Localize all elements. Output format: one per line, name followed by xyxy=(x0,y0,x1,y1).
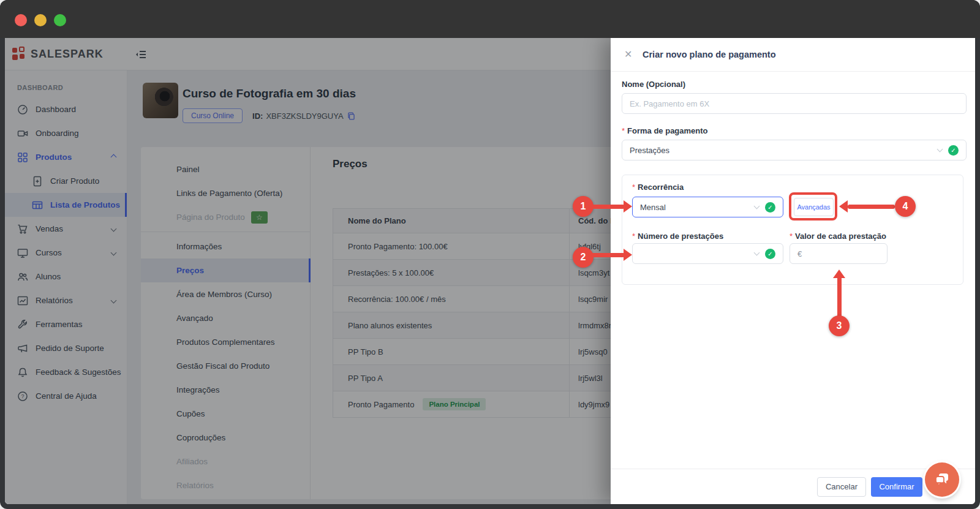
valor-prestacao-label: *Valor de cada prestação xyxy=(790,232,886,241)
drawer-footer: Cancelar Confirmar xyxy=(611,469,975,504)
annotation-arrowhead-2 xyxy=(624,249,632,261)
annotation-arrow-4 xyxy=(848,205,895,209)
numero-prestacoes-label: *Número de prestações xyxy=(632,232,723,241)
euro-prefix: € xyxy=(797,249,802,258)
chat-fab-button[interactable] xyxy=(925,462,959,497)
app-root: SALESPARK DASHBOARD Dashboard Onboarding… xyxy=(5,38,975,504)
valid-check-icon: ✓ xyxy=(765,202,775,213)
drawer-backdrop[interactable] xyxy=(5,38,611,504)
annotation-highlight-box xyxy=(789,192,837,221)
confirm-button[interactable]: Confirmar xyxy=(871,477,922,497)
chevron-down-icon xyxy=(754,203,760,209)
close-window-button[interactable] xyxy=(15,14,27,26)
chevron-down-icon xyxy=(754,250,760,256)
valid-check-icon: ✓ xyxy=(765,249,775,259)
nome-input[interactable] xyxy=(622,93,967,114)
chat-bubbles-icon xyxy=(933,471,951,488)
close-icon[interactable]: ✕ xyxy=(624,48,632,60)
window-frame: SALESPARK DASHBOARD Dashboard Onboarding… xyxy=(0,0,980,509)
forma-pagamento-select[interactable]: Prestações ✓ xyxy=(622,140,967,160)
annotation-arrow-2 xyxy=(588,253,625,257)
minimize-window-button[interactable] xyxy=(34,14,47,26)
recorrencia-label: *Recorrência xyxy=(632,183,684,192)
annotation-step-2: 2 xyxy=(573,247,594,268)
annotation-arrowhead-4 xyxy=(839,200,848,213)
valor-prestacao-input[interactable]: € xyxy=(790,243,888,264)
valid-check-icon: ✓ xyxy=(948,145,959,156)
chevron-down-icon xyxy=(937,146,943,153)
create-plan-drawer: ✕ Criar novo plano de pagamento Nome (Op… xyxy=(611,38,975,504)
annotation-arrow-1 xyxy=(588,205,625,209)
prestacoes-groupbox: *Recorrência Mensal ✓ Avançadas *Número … xyxy=(622,175,963,285)
annotation-arrow-3 xyxy=(837,277,842,317)
annotation-arrowhead-1 xyxy=(624,200,632,213)
nome-label: Nome (Opcional) xyxy=(622,80,685,89)
numero-prestacoes-select[interactable]: ✓ xyxy=(632,243,783,264)
annotation-step-3: 3 xyxy=(829,315,850,336)
maximize-window-button[interactable] xyxy=(54,14,66,26)
forma-pagamento-label: *Forma de pagamento xyxy=(622,126,708,135)
recorrencia-select[interactable]: Mensal ✓ xyxy=(632,197,783,217)
cancel-button[interactable]: Cancelar xyxy=(817,477,866,497)
window-titlebar xyxy=(0,0,980,38)
drawer-header: ✕ Criar novo plano de pagamento xyxy=(611,38,975,72)
drawer-title: Criar novo plano de pagamento xyxy=(643,50,776,59)
annotation-step-4: 4 xyxy=(895,196,916,217)
